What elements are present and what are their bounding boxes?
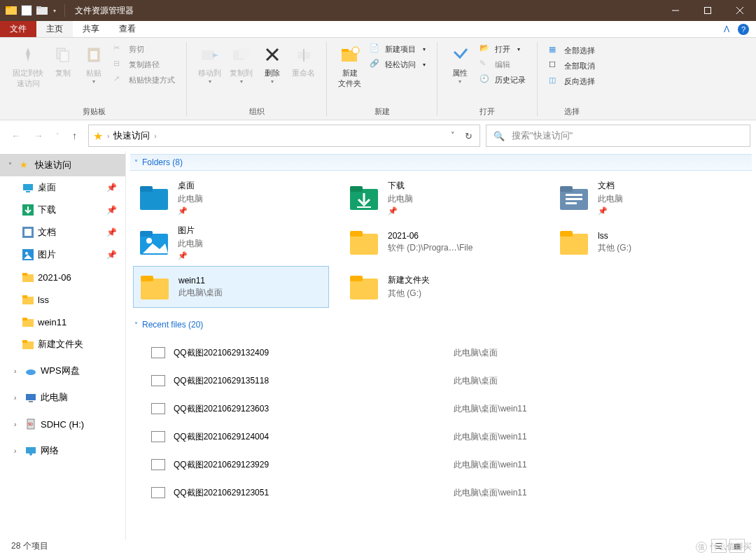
rename-button[interactable]: 重命名 [288, 41, 319, 81]
delete-button[interactable]: 删除▾ [257, 41, 288, 87]
svg-rect-22 [23, 184, 33, 190]
folder-location: 此电脑 [388, 193, 413, 205]
folder-name: 桌面 [178, 180, 203, 192]
star-icon: ★ [20, 160, 31, 171]
sidebar-item[interactable]: lss [0, 288, 125, 311]
paste-shortcut-button[interactable]: ↗粘贴快捷方式 [112, 73, 176, 87]
image-file-icon [151, 431, 165, 442]
ribbon-tabs: 文件 主页 共享 查看 ᐱ ? [0, 21, 756, 38]
pin-icon: 📌 [106, 205, 117, 215]
copy-path-button[interactable]: ⊟复制路径 [112, 57, 176, 71]
select-all-button[interactable]: ▦全部选择 [547, 43, 596, 57]
recent-file-item[interactable]: QQ截图20210629123929此电脑\桌面\wein11 [130, 451, 752, 479]
ribbon-group-clipboard: 固定到快 速访问 复制 粘贴▾ ✂剪切 ⊟复制路径 ↗粘贴快捷方式 剪贴板 [4, 41, 183, 120]
recent-file-item[interactable]: QQ截图20210629123051此电脑\桌面\wein11 [130, 479, 752, 507]
breadcrumb[interactable]: 快速访问 [113, 129, 150, 142]
sidebar-item[interactable]: 新建文件夹 [0, 333, 125, 355]
recent-file-item[interactable]: QQ截图20210629123603此电脑\桌面\wein11 [130, 395, 752, 423]
sidebar-item[interactable]: 桌面📌 [0, 176, 125, 199]
folder-item[interactable]: 桌面此电脑📌 [133, 176, 329, 218]
copy-to-button[interactable]: 复制到▾ [225, 41, 257, 87]
refresh-button[interactable]: ↻ [465, 131, 472, 141]
sidebar-item[interactable]: 图片📌 [0, 244, 125, 266]
maximize-button[interactable] [692, 0, 724, 21]
chevron-right-icon[interactable]: › [14, 447, 21, 455]
sidebar-item[interactable]: 下载📌 [0, 199, 125, 221]
back-button[interactable]: ← [11, 130, 21, 141]
recent-locations-icon[interactable]: ˅ [56, 132, 59, 139]
move-to-button[interactable]: 移动到▾ [194, 41, 225, 87]
group-header-folders[interactable]: ˅ Folders (8) [130, 154, 752, 171]
folder-item[interactable]: lss其他 (G:) [553, 221, 749, 263]
folder-item[interactable]: 2021-06软件 (D:)\Progra…\File [343, 221, 539, 263]
sidebar-item-label: 此电脑 [41, 391, 68, 404]
breadcrumb-bar[interactable]: ★ › 快速访问 › ˅ ↻ [88, 125, 480, 147]
chevron-down-icon[interactable]: ˅ [8, 162, 15, 169]
sidebar-item[interactable]: ›WPS网盘 [0, 360, 125, 382]
svg-rect-14 [239, 48, 250, 58]
edit-icon: ✎ [479, 59, 491, 70]
folder-location: 此电脑 [178, 193, 203, 205]
invert-selection-button[interactable]: ◫反向选择 [547, 74, 596, 88]
file-location: 此电脑\桌面\wein11 [454, 459, 527, 471]
search-box[interactable]: 🔍 搜索"快速访问" [486, 125, 750, 147]
close-button[interactable] [724, 0, 756, 21]
history-button[interactable]: 🕘历史记录 [478, 73, 527, 87]
folder-item[interactable]: wein11此电脑\桌面 [133, 266, 329, 308]
new-item-button[interactable]: 📄新建项目▾ [368, 42, 427, 56]
recent-file-item[interactable]: QQ截图20210629135118此电脑\桌面 [130, 367, 752, 395]
up-button[interactable]: ↑ [72, 130, 77, 141]
tab-view[interactable]: 查看 [109, 21, 146, 37]
folder-item[interactable]: 文档此电脑📌 [553, 176, 749, 218]
select-all-icon: ▦ [549, 45, 560, 56]
chevron-right-icon[interactable]: › [107, 132, 109, 140]
cut-button[interactable]: ✂剪切 [112, 42, 176, 56]
pin-icon: 📌 [106, 250, 117, 260]
sidebar-item[interactable]: ›网络 [0, 439, 125, 462]
folder-item[interactable]: 新建文件夹其他 (G:) [343, 266, 539, 308]
forward-button[interactable]: → [34, 130, 43, 141]
sidebar-quick-access[interactable]: ˅ ★ 快速访问 [0, 154, 125, 176]
folder-name: 2021-06 [388, 231, 472, 241]
ribbon-group-organize: 移动到▾ 复制到▾ 删除▾ 重命名 组织 [190, 41, 323, 120]
select-none-button[interactable]: ☐全部取消 [547, 59, 596, 73]
chevron-right-icon[interactable]: › [14, 367, 21, 375]
pin-to-quick-access-button[interactable]: 固定到快 速访问 [8, 41, 48, 92]
qat-checkbox[interactable] [21, 5, 32, 16]
tab-share[interactable]: 共享 [73, 21, 109, 37]
edit-button[interactable]: ✎编辑 [478, 57, 527, 71]
sidebar-item[interactable]: wein11 [0, 311, 125, 333]
collapse-ribbon-icon[interactable]: ᐱ [724, 24, 729, 34]
sidebar-item[interactable]: 2021-06 [0, 266, 125, 288]
new-folder-button[interactable]: 新建 文件夹 [334, 41, 365, 92]
pin-icon: 📌 [178, 251, 203, 260]
address-dropdown-icon[interactable]: ˅ [451, 131, 455, 141]
folder-item[interactable]: 下载此电脑📌 [343, 176, 539, 218]
tab-home[interactable]: 主页 [36, 21, 73, 37]
chevron-right-icon[interactable]: › [14, 421, 21, 428]
folder-item[interactable]: 图片此电脑📌 [133, 221, 329, 263]
minimize-button[interactable] [659, 0, 692, 21]
watermark: 值 什么值得买 [696, 541, 752, 553]
qat-folder-icon[interactable] [36, 5, 48, 16]
sidebar-item[interactable]: ›此电脑 [0, 386, 125, 409]
qat-dropdown-icon[interactable]: ▾ [53, 8, 56, 14]
sidebar-item[interactable]: 文档📌 [0, 221, 125, 244]
help-icon[interactable]: ? [738, 24, 749, 35]
sidebar-item[interactable]: ›SDSDHC (H:) [0, 413, 125, 435]
recent-file-item[interactable]: QQ截图20210629132409此电脑\桌面 [130, 339, 752, 367]
tab-file[interactable]: 文件 [0, 21, 36, 37]
chevron-right-icon[interactable]: › [14, 394, 21, 402]
easy-access-icon: 🔗 [370, 59, 381, 70]
properties-button[interactable]: 属性▾ [444, 41, 475, 87]
easy-access-button[interactable]: 🔗轻松访问▾ [368, 57, 427, 71]
folder-icon [22, 339, 34, 350]
desktop-icon [137, 181, 171, 214]
group-header-recent[interactable]: ˅ Recent files (20) [130, 316, 752, 333]
open-button[interactable]: 📂打开▾ [478, 42, 527, 56]
svg-rect-45 [140, 186, 153, 192]
copy-button[interactable]: 复制 [48, 41, 78, 81]
chevron-right-icon[interactable]: › [154, 132, 156, 140]
paste-button[interactable]: 粘贴▾ [78, 41, 109, 87]
recent-file-item[interactable]: QQ截图20210629124004此电脑\桌面\wein11 [130, 423, 752, 451]
